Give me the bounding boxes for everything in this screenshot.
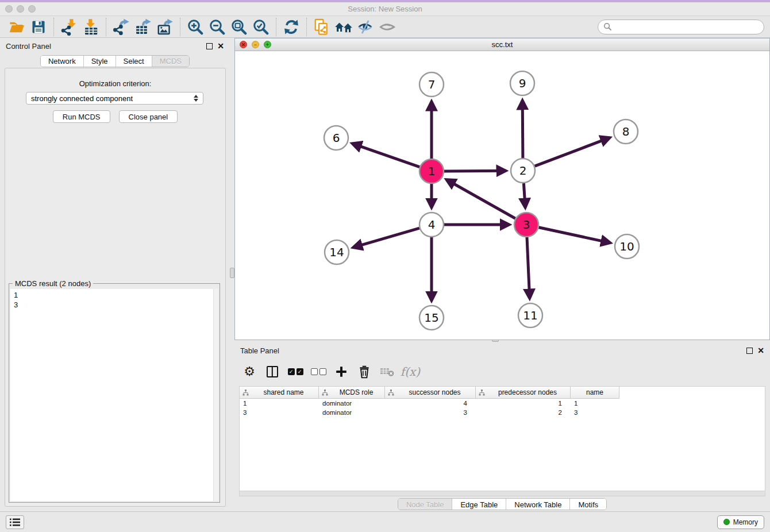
node-6[interactable]: 6 [324,126,348,150]
svg-text:11: 11 [523,309,537,322]
table-panel-close-icon[interactable]: ✕ [757,348,764,354]
table-panel-title: Table Panel [240,346,279,355]
svg-text:7: 7 [428,78,436,91]
tab-select[interactable]: Select [116,56,152,67]
cell-mcds-role[interactable]: dominator [319,400,385,407]
vertical-splitter-handle[interactable] [230,268,234,278]
column-header-predecessor-nodes[interactable]: predecessor nodes [476,387,571,399]
delete-table-button[interactable] [377,361,398,382]
eye-icon [379,19,396,35]
tab-motifs[interactable]: Motifs [570,499,606,510]
node-14[interactable]: 14 [325,240,349,264]
close-panel-button[interactable]: Close panel [119,110,178,123]
cell-shared-name[interactable]: 1 [240,400,319,407]
refresh-view-button[interactable] [280,17,302,37]
column-header-shared-name[interactable]: shared name [240,387,319,399]
edge-1-2[interactable] [444,171,506,171]
optimization-criterion-select[interactable]: strongly connected component [26,92,203,105]
edge-2-9[interactable] [522,101,523,158]
search-input[interactable] [615,22,759,31]
node-7[interactable]: 7 [419,72,444,97]
node-10[interactable]: 10 [615,234,639,259]
edge-3-1[interactable] [446,180,515,219]
edge-3-10[interactable] [539,228,610,243]
deselect-all-button[interactable] [308,361,329,382]
edge-4-14[interactable] [353,228,419,248]
table-settings-button[interactable]: ⚙ [239,361,260,382]
svg-text:4: 4 [428,218,436,232]
cell-successor-nodes[interactable]: 3 [385,409,476,416]
tab-node-table[interactable]: Node Table [398,499,453,510]
column-header-name[interactable]: name [571,387,619,399]
network-window-titlebar[interactable]: ✕ − + scc.txt [235,38,769,51]
node-11[interactable]: 11 [518,303,542,327]
tree-icon [242,390,249,396]
delete-rows-button[interactable] [354,361,375,382]
show-columns-button[interactable] [262,361,283,382]
select-all-button[interactable]: ✓✓ [285,361,306,382]
tab-edge-table[interactable]: Edge Table [452,499,506,510]
export-network-button[interactable] [110,17,132,37]
cell-name[interactable]: 3 [571,409,619,416]
cell-name[interactable]: 1 [571,400,619,407]
run-mcds-button[interactable]: Run MCDS [53,110,110,123]
save-session-button[interactable] [28,17,49,37]
list-icon [10,518,20,526]
zoom-selected-button[interactable] [250,17,272,37]
export-table-button[interactable] [132,17,154,37]
memory-button[interactable]: Memory [717,515,764,529]
zoom-out-button[interactable] [206,17,228,37]
table-row[interactable]: 1 dominator 4 1 1 [240,399,765,408]
node-9[interactable]: 9 [510,71,534,95]
task-history-button[interactable] [6,515,24,529]
node-15[interactable]: 15 [419,306,444,330]
tab-style[interactable]: Style [84,56,116,67]
network-search-box[interactable] [598,20,764,34]
tab-network-table[interactable]: Network Table [506,499,570,510]
import-network-button[interactable] [58,17,80,37]
toolbar-separator [180,18,180,36]
export-network-icon [113,18,130,36]
duplicate-network-button[interactable] [311,17,333,37]
network-graph-svg: 1234678910111415 [235,51,769,340]
node-4[interactable]: 4 [419,213,444,237]
function-builder-button[interactable]: f(x) [400,361,421,382]
cell-mcds-role[interactable]: dominator [319,409,385,416]
column-header-mcds-role[interactable]: MCDS role [319,387,385,399]
column-header-successor-nodes[interactable]: successor nodes [385,387,476,399]
cell-predecessor-nodes[interactable]: 2 [476,409,571,416]
mcds-result-group: MCDS result (2 nodes) 1 3 [9,283,220,503]
edge-1-6[interactable] [352,144,419,167]
cell-successor-nodes[interactable]: 4 [385,400,476,407]
control-panel-header: Control Panel ✕ [0,38,230,54]
zoom-in-button[interactable] [184,17,206,37]
control-panel-float-button[interactable] [206,43,213,49]
edge-2-3[interactable] [523,183,525,207]
mcds-result-scrollbar[interactable] [213,289,218,501]
node-8[interactable]: 8 [614,119,638,144]
hide-panels-button[interactable] [355,17,376,37]
table-tabs-bar: Node Table Edge Table Network Table Moti… [234,496,770,511]
table-panel-float-button[interactable] [746,348,753,354]
edge-2-8[interactable] [535,138,610,167]
control-panel-close-icon[interactable]: ✕ [217,43,224,49]
table-row[interactable]: 3 dominator 3 2 3 [240,408,765,417]
table-horizontal-scrollbar[interactable] [239,491,765,496]
export-image-button[interactable] [154,17,176,37]
import-table-button[interactable] [80,17,102,37]
cell-predecessor-nodes[interactable]: 1 [476,400,571,407]
node-2[interactable]: 2 [511,159,535,183]
tab-network[interactable]: Network [41,56,84,67]
add-row-button[interactable] [331,361,352,382]
zoom-fit-button[interactable] [228,17,250,37]
tab-mcds[interactable]: MCDS [152,56,189,67]
edge-3-11[interactable] [527,237,530,298]
open-session-button[interactable] [6,17,28,37]
home-button[interactable] [333,17,355,37]
show-panels-button[interactable] [376,17,398,37]
node-3[interactable]: 3 [514,213,538,237]
cell-shared-name[interactable]: 3 [240,409,319,416]
network-canvas[interactable]: 1234678910111415 [235,51,769,340]
node-1[interactable]: 1 [419,159,444,183]
mcds-result-text[interactable]: 1 3 [10,289,218,501]
